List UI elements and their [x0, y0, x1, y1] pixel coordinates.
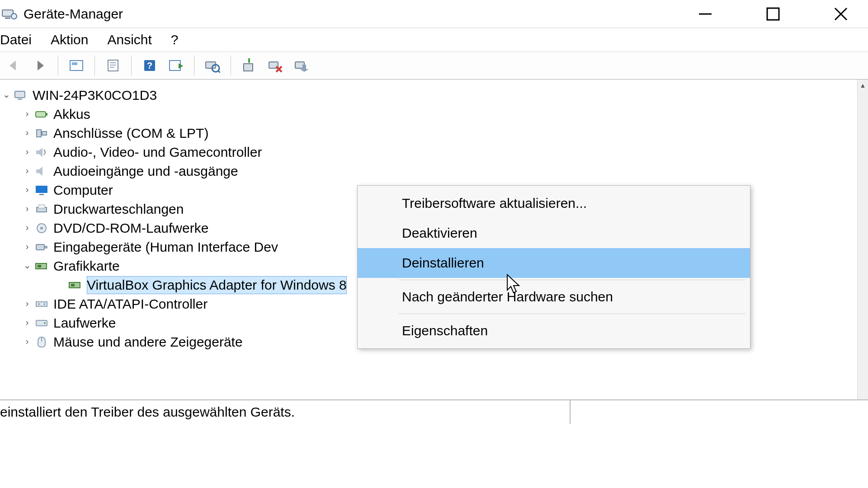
- action-button[interactable]: [166, 56, 186, 75]
- chevron-right-icon[interactable]: ›: [21, 335, 33, 347]
- svg-rect-42: [36, 302, 47, 306]
- tree-item-avg[interactable]: › Audio-, Video- und Gamecontroller: [0, 143, 868, 162]
- show-hidden-button[interactable]: [66, 56, 86, 75]
- svg-rect-37: [45, 246, 47, 249]
- tree-item-label: Grafikkarte: [53, 257, 120, 276]
- context-menu-update-driver[interactable]: Treibersoftware aktualisieren...: [358, 188, 750, 218]
- status-bar: einstalliert den Treiber des ausgewählte…: [0, 400, 868, 424]
- forward-button[interactable]: [30, 56, 50, 75]
- tree-item-label: Audioeingänge und -ausgänge: [53, 162, 238, 181]
- chevron-right-icon[interactable]: ›: [21, 108, 33, 120]
- svg-rect-4: [767, 8, 779, 20]
- tree-item-akkus[interactable]: › Akkus: [0, 105, 868, 124]
- properties-button[interactable]: [103, 56, 123, 75]
- svg-point-43: [38, 303, 40, 305]
- tree-device-label: VirtualBox Graphics Adapter for Windows …: [87, 276, 347, 295]
- context-menu-disable[interactable]: Deaktivieren: [358, 218, 750, 248]
- context-menu-scan[interactable]: Nach geänderter Hardware suchen: [358, 282, 750, 312]
- update-driver-button[interactable]: [239, 56, 259, 75]
- help-button[interactable]: ?: [140, 56, 160, 75]
- svg-rect-26: [36, 112, 46, 117]
- close-button[interactable]: [827, 0, 854, 28]
- tree-item-label: Computer: [53, 181, 113, 200]
- tree-item-label: Akkus: [53, 105, 90, 124]
- chevron-right-icon[interactable]: ›: [21, 240, 33, 253]
- status-text: einstalliert den Treiber des ausgewählte…: [0, 404, 295, 420]
- chevron-right-icon[interactable]: ›: [21, 164, 33, 177]
- svg-text:?: ?: [147, 61, 152, 70]
- drive-icon: [33, 316, 50, 330]
- status-bar-cell: [570, 400, 868, 424]
- minimize-button[interactable]: [692, 0, 719, 28]
- gpu-icon: [67, 278, 83, 292]
- disable-device-button[interactable]: [292, 56, 311, 75]
- context-menu-uninstall[interactable]: Deinstallieren: [358, 248, 750, 278]
- svg-point-2: [11, 14, 17, 19]
- svg-point-35: [40, 227, 43, 230]
- svg-rect-41: [71, 284, 75, 286]
- window-title: Geräte-Manager: [24, 6, 123, 22]
- svg-line-18: [218, 70, 220, 73]
- back-button[interactable]: [4, 56, 24, 75]
- svg-rect-39: [38, 265, 41, 267]
- svg-rect-27: [46, 113, 47, 116]
- maximize-button[interactable]: [760, 0, 787, 28]
- vertical-scrollbar[interactable]: ▲: [857, 80, 868, 399]
- svg-point-44: [43, 303, 45, 305]
- menu-view[interactable]: Ansicht: [107, 32, 151, 47]
- port-icon: [33, 127, 50, 140]
- svg-rect-30: [36, 186, 47, 193]
- toolbar-separator: [131, 56, 132, 75]
- chevron-right-icon[interactable]: ›: [21, 145, 33, 158]
- menu-file[interactable]: Datei: [0, 32, 32, 47]
- svg-rect-8: [72, 62, 77, 65]
- svg-rect-19: [244, 64, 253, 71]
- svg-point-46: [44, 322, 46, 324]
- tree-item-audio-io[interactable]: › Audioeingänge und -ausgänge: [0, 162, 868, 181]
- chevron-right-icon[interactable]: ›: [21, 183, 33, 196]
- svg-rect-25: [18, 99, 22, 100]
- chevron-right-icon[interactable]: ›: [21, 221, 33, 234]
- svg-rect-31: [39, 194, 44, 195]
- tree-root-label: WIN-24P3K0CO1D3: [33, 86, 157, 105]
- tree-item-ports[interactable]: › Anschlüsse (COM & LPT): [0, 124, 868, 143]
- tree-item-label: Audio-, Video- und Gamecontroller: [53, 143, 262, 162]
- svg-rect-33: [38, 205, 45, 208]
- toolbar-separator: [94, 56, 95, 75]
- svg-rect-1: [5, 17, 10, 19]
- speaker-icon: [33, 164, 50, 178]
- printer-icon: [33, 202, 50, 216]
- chevron-right-icon[interactable]: ›: [21, 297, 33, 310]
- tree-item-label: Druckwarteschlangen: [53, 200, 184, 219]
- scan-hardware-button[interactable]: [203, 56, 222, 75]
- chevron-down-icon[interactable]: ⌄: [21, 259, 33, 272]
- svg-rect-24: [15, 91, 25, 98]
- mouse-icon: [33, 335, 50, 349]
- tree-item-label: Eingabegeräte (Human Interface Dev: [53, 238, 278, 257]
- svg-rect-36: [36, 244, 44, 250]
- tree-item-label: Mäuse und andere Zeigegeräte: [53, 333, 243, 352]
- tree-item-label: Anschlüsse (COM & LPT): [53, 124, 208, 143]
- tree-root[interactable]: ⌄ WIN-24P3K0CO1D3: [0, 86, 868, 105]
- svg-rect-7: [70, 61, 83, 70]
- menu-action[interactable]: Aktion: [51, 32, 88, 47]
- toolbar: ?: [0, 52, 868, 80]
- chevron-down-icon[interactable]: ⌄: [0, 89, 13, 101]
- menu-help[interactable]: ?: [171, 32, 179, 47]
- computer-icon: [13, 89, 29, 102]
- scroll-up-icon[interactable]: ▲: [859, 81, 866, 89]
- uninstall-device-button[interactable]: [265, 56, 285, 75]
- title-bar: Geräte-Manager: [0, 0, 868, 28]
- monitor-icon: [33, 183, 50, 197]
- svg-rect-28: [37, 130, 41, 137]
- chevron-right-icon[interactable]: ›: [21, 316, 33, 328]
- app-icon: [0, 5, 19, 23]
- toolbar-separator: [194, 56, 194, 75]
- context-menu-properties[interactable]: Eigenschaften: [358, 316, 750, 346]
- chevron-right-icon[interactable]: ›: [21, 202, 33, 215]
- context-menu-separator: [398, 280, 745, 280]
- chevron-right-icon[interactable]: ›: [21, 127, 33, 139]
- menu-bar: Datei Aktion Ansicht ?: [0, 28, 868, 52]
- context-menu-separator: [398, 314, 745, 314]
- context-menu: Treibersoftware aktualisieren... Deaktiv…: [357, 185, 750, 349]
